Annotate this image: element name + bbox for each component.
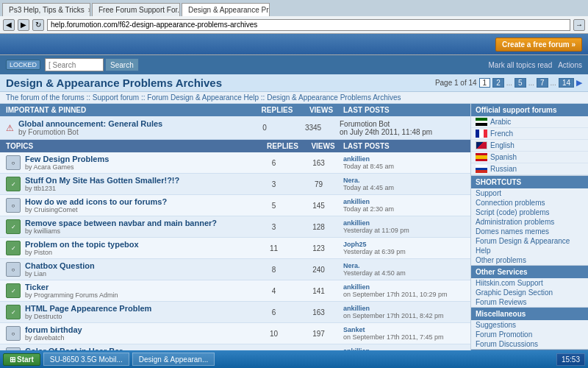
other-service-link[interactable]: Graphic Design Section (471, 288, 588, 297)
language-link[interactable]: Arabic (490, 118, 511, 126)
sidebar-language-item[interactable]: Spanish (471, 152, 588, 163)
lastpost-time: Today at 2:30 am (343, 205, 394, 213)
topic-title[interactable]: Problem on the topic typebox (25, 240, 249, 249)
topic-views: 163 (298, 159, 339, 167)
browser-chrome: Ps3 Help, Tips & Tricks ✕ Free Forum Sup… (0, 0, 588, 55)
topic-title[interactable]: How do we add icons to our forums? (25, 197, 249, 206)
sidebar-misc-title: Miscellaneous (471, 308, 588, 320)
search-input[interactable] (45, 58, 104, 71)
back-button[interactable]: ◀ (3, 19, 15, 31)
topic-content: Chatbox Question by Lian (25, 261, 249, 277)
topic-views: 197 (298, 330, 339, 338)
lastpost-author[interactable]: Joph25 (343, 241, 367, 248)
sidebar-language-item[interactable]: Russian (471, 163, 588, 175)
tab-free-forum[interactable]: Free Forum Support For... ✕ (92, 3, 180, 16)
topic-title[interactable]: Chatbox Question (25, 261, 249, 270)
page-14-btn[interactable]: 14 (559, 78, 574, 88)
topic-replies: 6 (254, 159, 294, 167)
mark-all-read-link[interactable]: Mark all topics read (489, 61, 553, 69)
taskbar-item-1[interactable]: Design & Appearan... (132, 353, 215, 366)
sidebar-language-item[interactable]: Arabic (471, 116, 588, 128)
topic-by: by CruisingComet (25, 206, 249, 213)
topic-status-icon: ○ (6, 198, 21, 213)
taskbar-item-0[interactable]: SU-8650 3.5G Mobil... (43, 353, 129, 366)
forward-button[interactable]: ▶ (18, 19, 29, 31)
topic-title[interactable]: Remove space between navbar and main ban… (25, 219, 249, 227)
topic-by: by davebatch (25, 334, 249, 342)
important-section-header: IMPORTANT & PINNED REPLIES VIEWS LAST PO… (0, 104, 470, 116)
shortcut-link[interactable]: Other problems (471, 255, 588, 265)
topic-title[interactable]: Ticker (25, 283, 249, 291)
misc-link[interactable]: Forum Discussions (471, 339, 588, 349)
topic-title[interactable]: HTML Page Appearence Problem (25, 304, 249, 313)
actions-link[interactable]: Actions (558, 61, 582, 69)
search-button[interactable]: Search (105, 58, 139, 71)
tab-design[interactable]: Design & Appearance Pr... ✕ (182, 3, 270, 16)
shortcut-link[interactable]: Help (471, 246, 588, 255)
topic-status-icon: ○ (6, 262, 21, 277)
topic-title[interactable]: forum birthday (25, 325, 249, 334)
language-list: ArabicFrenchEnglishSpanishRussian (471, 116, 588, 175)
lastpost-time: on September 17th 2011, 10:29 pm (343, 291, 448, 298)
topic-row: ✓ Ticker by Programming Forums Admin 4 1… (0, 280, 470, 302)
address-input[interactable] (47, 19, 570, 31)
breadcrumb: The forum of the forums :: Support forum… (0, 92, 588, 104)
shortcut-link[interactable]: Forum Design & Appearance (471, 236, 588, 246)
lastpost-author[interactable]: Nera. (343, 262, 360, 269)
page: LOCKED Search Mark all topics read Actio… (0, 55, 588, 368)
start-icon: ⊞ (10, 355, 15, 364)
page-2-btn[interactable]: 2 (492, 78, 504, 88)
page-5-btn[interactable]: 5 (514, 78, 526, 88)
sidebar-language-item[interactable]: English (471, 140, 588, 152)
lastpost-author[interactable]: ankillien (343, 155, 370, 163)
language-link[interactable]: Spanish (490, 153, 517, 161)
language-link[interactable]: Russian (490, 165, 517, 173)
sidebar-other-title: Other Services (471, 266, 588, 278)
page-title: Design & Appearance Problems Archives (6, 77, 222, 89)
topic-status-icon: ✓ (6, 283, 21, 298)
lastpost-author[interactable]: ankillien (343, 283, 370, 291)
lastpost-author[interactable]: Nera. (343, 177, 360, 184)
other-service-link[interactable]: Hiitskin.com Support (471, 278, 588, 288)
topic-replies: 11 (254, 244, 294, 252)
lastpost-author[interactable]: Sanket (343, 326, 365, 333)
page-1-btn[interactable]: 1 (479, 78, 491, 88)
shortcut-link[interactable]: Connection problems (471, 198, 588, 208)
shortcut-link[interactable]: Script (code) problems (471, 208, 588, 217)
misc-link[interactable]: Forum Promotion (471, 330, 588, 339)
topic-content: How do we add icons to our forums? by Cr… (25, 197, 249, 213)
lastpost-time: Today at 4:45 am (343, 184, 394, 191)
topic-views: 79 (298, 180, 339, 188)
lastpost-author[interactable]: ankillien (343, 198, 370, 205)
tab-ps3[interactable]: Ps3 Help, Tips & Tricks ✕ (2, 3, 90, 16)
topic-views: 240 (298, 266, 339, 274)
create-forum-button[interactable]: Create a free forum » (495, 38, 582, 52)
start-button[interactable]: ⊞ Start (3, 353, 40, 366)
misc-link[interactable]: Suggestions (471, 320, 588, 330)
lastpost-author[interactable]: ankillien (343, 219, 370, 227)
main-layout: IMPORTANT & PINNED REPLIES VIEWS LAST PO… (0, 104, 588, 368)
shortcut-link[interactable]: Domes names memes (471, 227, 588, 236)
lastpost-author[interactable]: ankillien (343, 305, 370, 312)
next-page-icon[interactable]: ▶ (576, 78, 582, 88)
sidebar-language-item[interactable]: French (471, 128, 588, 140)
other-service-link[interactable]: Forum Reviews (471, 297, 588, 307)
sidebar: Official support forums ArabicFrenchEngl… (470, 104, 588, 368)
go-button[interactable]: → (573, 19, 585, 31)
page-7-btn[interactable]: 7 (537, 78, 548, 88)
language-link[interactable]: French (490, 130, 513, 138)
shortcut-link[interactable]: Administration problems (471, 217, 588, 227)
pinned-title[interactable]: Global announcement: General Rules (18, 119, 238, 128)
taskbar-clock: 15:53 (556, 353, 585, 366)
reload-button[interactable]: ↻ (32, 19, 44, 31)
misc-list: SuggestionsForum PromotionForum Discussi… (471, 320, 588, 349)
topic-title[interactable]: Stuff On My Site Has Gotten Smaller!?!? (25, 176, 249, 185)
tab-close-icon[interactable]: ✕ (87, 7, 90, 14)
flag-spanish-icon (476, 153, 487, 161)
topic-title[interactable]: Few Design Problems (25, 155, 249, 163)
topic-replies: 6 (254, 308, 294, 316)
taskbar: ⊞ Start SU-8650 3.5G Mobil... Design & A… (0, 350, 588, 368)
language-link[interactable]: English (490, 141, 514, 149)
pinned-row: ⚠ Global announcement: General Rules by … (0, 116, 470, 140)
shortcut-link[interactable]: Support (471, 188, 588, 198)
